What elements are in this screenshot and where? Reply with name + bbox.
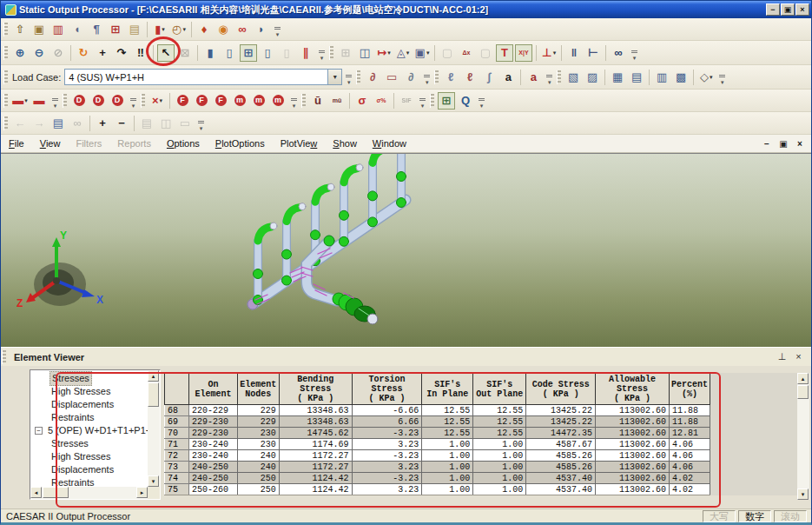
- row-number-button[interactable]: 69: [165, 416, 189, 428]
- ruler-icon[interactable]: ‖: [565, 44, 583, 62]
- tree-expander-icon[interactable]: −: [35, 427, 43, 435]
- clock-icon[interactable]: ◴▾: [170, 21, 188, 38]
- grid-cell[interactable]: 240-250: [188, 473, 237, 484]
- row-number-button[interactable]: 72: [165, 450, 189, 462]
- node-tee-icon[interactable]: ⊥▾: [540, 44, 558, 62]
- tree-horizontal-scrollbar[interactable]: ◂ ▸: [30, 487, 148, 499]
- grid-cell[interactable]: 12.55: [422, 416, 473, 428]
- mdi-minimize-button[interactable]: −: [761, 139, 773, 149]
- scrollbar-thumb[interactable]: [43, 487, 69, 498]
- row-number-button[interactable]: 68: [165, 405, 189, 416]
- grid-cell[interactable]: 12.55: [422, 428, 473, 439]
- tree-item[interactable]: Restraints: [30, 411, 148, 424]
- grid-cell[interactable]: 113002.60: [596, 473, 670, 484]
- forces-max-icon[interactable]: F: [212, 92, 229, 110]
- pan-icon[interactable]: +: [94, 44, 111, 62]
- overstress-tee-icon[interactable]: T: [496, 44, 513, 62]
- grid-cell[interactable]: 13425.22: [526, 416, 596, 428]
- dock-grip[interactable]: [2, 350, 6, 364]
- load-case-dropdown-icon[interactable]: ▾: [327, 70, 341, 84]
- grid-cell[interactable]: 240: [237, 462, 279, 473]
- grid-cell[interactable]: 1.00: [473, 484, 526, 495]
- blue-barrel-icon[interactable]: ◗: [253, 21, 270, 38]
- grid-cell[interactable]: 12.81: [669, 428, 710, 439]
- two-line-icon[interactable]: ∂: [402, 69, 419, 86]
- node-label-icon[interactable]: a: [525, 69, 542, 86]
- grid-cell[interactable]: 1124.42: [279, 484, 352, 495]
- scroll-down-icon[interactable]: ▾: [148, 475, 159, 487]
- annotate-a1-icon[interactable]: a: [499, 69, 517, 86]
- split-xy-icon[interactable]: X|Y: [515, 44, 532, 62]
- menu-view[interactable]: View: [32, 136, 69, 150]
- tree-vertical-scrollbar[interactable]: ▴ ▾: [148, 370, 160, 487]
- grid-cell[interactable]: 1.00: [422, 462, 473, 473]
- grid-cell[interactable]: 11.88: [669, 405, 710, 416]
- grid-cell[interactable]: 4537.40: [526, 473, 596, 484]
- view-top-icon[interactable]: ▥: [653, 69, 670, 86]
- magnifier-icon[interactable]: Q: [457, 92, 474, 110]
- single-line-icon[interactable]: ▭: [383, 69, 400, 86]
- report-list-icon[interactable]: ▤: [50, 115, 67, 132]
- grid-cell[interactable]: 230-240: [188, 450, 237, 462]
- view-back-icon[interactable]: ▤: [628, 69, 645, 86]
- row-number-button[interactable]: 70: [165, 428, 189, 439]
- word-report-icon[interactable]: ▥: [50, 21, 67, 38]
- tree-item[interactable]: Restraints: [30, 476, 148, 487]
- load-case-combobox[interactable]: 4 (SUS) W+P1+H▾: [64, 69, 342, 85]
- red-machine-icon[interactable]: ♦: [195, 21, 213, 38]
- grid-cell[interactable]: 4.06: [669, 462, 710, 473]
- minimize-button[interactable]: −: [766, 3, 780, 16]
- scrollbar-thumb[interactable]: [797, 385, 809, 399]
- cylinder-open-icon[interactable]: ▯: [221, 44, 238, 62]
- increase-icon[interactable]: +: [94, 115, 111, 132]
- grid-cell[interactable]: 4.02: [669, 473, 710, 484]
- snapshot-icon[interactable]: ▣▾: [413, 44, 431, 62]
- scrollbar-thumb[interactable]: [148, 382, 159, 407]
- menu-file[interactable]: File: [1, 136, 32, 150]
- scroll-left-icon[interactable]: ◂: [30, 487, 42, 498]
- view-sw-iso-icon[interactable]: ▨: [584, 69, 601, 86]
- dock-close-icon[interactable]: ×: [793, 351, 804, 362]
- stress-ubar-icon[interactable]: ū: [309, 92, 327, 110]
- grid-cell[interactable]: 229: [237, 405, 279, 416]
- grid-cell[interactable]: 240-250: [188, 462, 237, 473]
- tree-item[interactable]: Displacements: [30, 463, 148, 476]
- restraints-show-icon[interactable]: ↦▾: [375, 44, 393, 62]
- view-front-icon[interactable]: ▦: [609, 69, 626, 86]
- grid-cell[interactable]: 250: [237, 473, 279, 484]
- grid-cell[interactable]: 4.02: [669, 484, 710, 495]
- toolbar-overflow-button[interactable]: ▾: [717, 69, 727, 86]
- row-number-button[interactable]: 75: [165, 484, 189, 495]
- grid-cell[interactable]: -6.66: [352, 405, 422, 416]
- decrease-icon[interactable]: −: [113, 115, 130, 132]
- element-viewer-titlebar[interactable]: Element Viewer ⊥ ×: [1, 347, 811, 366]
- moments-max-icon[interactable]: m: [269, 92, 287, 110]
- grid-cell[interactable]: 14745.62: [279, 428, 352, 439]
- grid-cell[interactable]: 113002.60: [596, 428, 670, 439]
- close-button[interactable]: ×: [795, 3, 809, 16]
- menu-window[interactable]: Window: [365, 136, 414, 150]
- tree-item[interactable]: Stresses: [30, 437, 148, 450]
- curve-icon[interactable]: ℓ: [461, 69, 479, 86]
- centerline-icon[interactable]: ∥: [297, 44, 314, 62]
- toolbar-overflow-button[interactable]: ▾: [50, 92, 60, 110]
- tree-item[interactable]: High Stresses: [30, 385, 148, 398]
- grid-cell[interactable]: 113002.60: [596, 484, 670, 495]
- integral-icon[interactable]: ∫: [480, 69, 498, 86]
- grid-cell[interactable]: 4537.40: [526, 484, 596, 495]
- scroll-up-icon[interactable]: ▴: [148, 370, 159, 382]
- grid-cell[interactable]: 13348.63: [279, 416, 352, 428]
- tree-item[interactable]: Displacements: [30, 398, 148, 411]
- grid-cell[interactable]: 3.23: [352, 439, 422, 450]
- export-output-icon[interactable]: ⇧: [11, 21, 29, 38]
- row-number-button[interactable]: 74: [165, 473, 189, 484]
- restraint-capsule-alt-icon[interactable]: ▬: [30, 92, 48, 110]
- title-page-icon[interactable]: ▤: [126, 21, 143, 38]
- cylinder-solid-icon[interactable]: ▮: [201, 44, 219, 62]
- grid-cell[interactable]: 1.00: [473, 450, 526, 462]
- menu-options[interactable]: Options: [159, 136, 208, 150]
- grid-cell[interactable]: 4587.67: [526, 439, 596, 450]
- grid-cell[interactable]: 113002.60: [596, 439, 670, 450]
- toolbar-overflow-button[interactable]: ▾: [273, 21, 282, 38]
- grid-cell[interactable]: 250: [237, 484, 279, 495]
